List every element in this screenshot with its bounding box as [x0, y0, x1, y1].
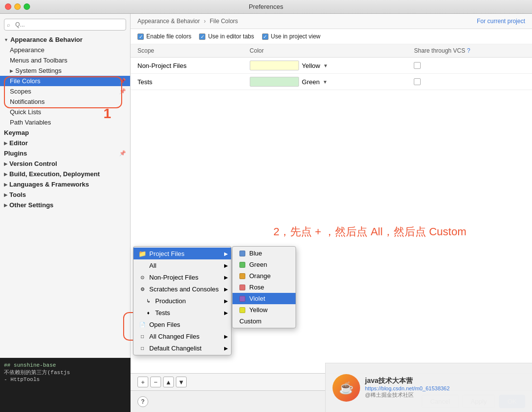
window-controls: [5, 3, 30, 10]
down-button[interactable]: ▼: [176, 377, 187, 387]
for-current-project-link[interactable]: For current project: [477, 18, 525, 25]
breadcrumb-bar: Appearance & Behavior › File Colors For …: [131, 14, 532, 29]
orange-dot: [239, 273, 245, 279]
share-cell-1[interactable]: [407, 58, 532, 74]
ctx-item-non-project[interactable]: ⊙ Non-Project Files ▶: [133, 271, 231, 283]
ctx-item-default-changelist[interactable]: □ Default Changelist ▶: [133, 342, 231, 354]
up-button[interactable]: ▲: [163, 377, 174, 387]
color-cell-2[interactable]: Green ▼: [243, 74, 407, 90]
col-color: Color: [243, 44, 407, 58]
scope-cell-tests: Tests: [131, 74, 243, 90]
expand-icon: ▶: [10, 68, 13, 73]
sidebar: ⌕ ▼ Appearance & Behavior Appearance Men…: [0, 14, 131, 412]
sidebar-item-version-control[interactable]: ▶ Version Control: [0, 158, 130, 169]
use-in-project-view-label[interactable]: Use in project view: [262, 33, 321, 40]
color-cell-1[interactable]: Yellow ▼: [243, 58, 407, 74]
social-handle: @稀土掘金技术社区: [365, 391, 450, 399]
color-item-yellow[interactable]: Yellow: [233, 304, 296, 316]
submenu-arrow: ▶: [224, 310, 228, 316]
color-item-orange[interactable]: Orange: [233, 270, 296, 282]
open-files-icon: 📄: [138, 320, 146, 328]
pin-icon: 📌: [119, 88, 126, 95]
ctx-item-scratches[interactable]: ⚙ Scratches and Consoles ▶: [133, 283, 231, 295]
use-in-editor-tabs-checkbox[interactable]: [199, 33, 205, 40]
options-bar: Enable file colors Use in editor tabs Us…: [131, 29, 532, 44]
social-link[interactable]: https://blog.csdn.net/m0_61538362: [365, 385, 450, 391]
sidebar-item-notifications[interactable]: Notifications: [0, 96, 130, 107]
sidebar-item-file-colors[interactable]: File Colors 📌: [0, 76, 130, 86]
share-cell-2[interactable]: [407, 74, 532, 90]
sidebar-item-other-settings[interactable]: ▶ Other Settings: [0, 200, 130, 210]
ctx-item-project-files[interactable]: 📁 Project Files ▶: [133, 248, 231, 259]
search-box[interactable]: ⌕: [4, 19, 126, 31]
sidebar-item-system-settings[interactable]: ▶ System Settings: [0, 65, 130, 76]
use-in-editor-tabs-label[interactable]: Use in editor tabs: [199, 33, 254, 40]
plugin-icon: 📌: [119, 150, 126, 157]
context-menu-left: 📁 Project Files ▶ All ▶ ⊙ Non-Project Fi…: [133, 246, 232, 355]
sidebar-section-appearance: ▼ Appearance & Behavior Appearance Menus…: [0, 34, 130, 127]
sidebar-item-keymap[interactable]: Keymap: [0, 127, 130, 138]
ctx-item-production[interactable]: ↳ Production ▶: [133, 295, 231, 307]
color-item-green[interactable]: Green: [233, 259, 296, 270]
search-icon: ⌕: [7, 22, 10, 28]
submenu-arrow: ▶: [224, 286, 228, 292]
maximize-button[interactable]: [24, 3, 30, 10]
expand-icon: ▶: [4, 192, 7, 197]
dropdown-overlay: 📁 Project Files ▶ All ▶ ⊙ Non-Project Fi…: [133, 246, 296, 355]
expand-icon: ▶: [4, 182, 7, 187]
ctx-item-all-changed[interactable]: □ All Changed Files ▶: [133, 330, 231, 342]
submenu-arrow: ▶: [224, 263, 228, 268]
col-scope: Scope: [131, 44, 243, 58]
rose-dot: [239, 285, 245, 290]
sidebar-item-quick-lists[interactable]: Quick Lists: [0, 107, 130, 117]
color-table: Scope Color Share through VCS ? Non-Proj…: [131, 44, 532, 90]
ctx-item-open-files[interactable]: 📄 Open Files: [133, 318, 231, 330]
ctx-item-all[interactable]: All ▶: [133, 259, 231, 271]
search-input[interactable]: [4, 19, 126, 31]
color-item-custom[interactable]: Custom: [233, 316, 296, 327]
sidebar-item-languages[interactable]: ▶ Languages & Frameworks: [0, 179, 130, 190]
submenu-arrow: ▶: [224, 275, 228, 280]
dropdown-arrow-2[interactable]: ▼: [323, 79, 328, 85]
enable-file-colors-label[interactable]: Enable file colors: [137, 33, 191, 40]
blue-dot: [239, 251, 245, 256]
sidebar-item-tools[interactable]: ▶ Tools: [0, 190, 130, 200]
sidebar-item-appearance-behavior[interactable]: ▼ Appearance & Behavior: [0, 34, 130, 45]
breadcrumb-separator: ›: [204, 18, 206, 25]
titlebar: Preferences: [0, 0, 532, 14]
sidebar-item-build[interactable]: ▶ Build, Execution, Deployment: [0, 169, 130, 179]
sidebar-item-scopes[interactable]: Scopes 📌: [0, 86, 130, 96]
context-menu-colors: Blue Green Orange Rose Violet Yellow: [232, 246, 296, 328]
enable-file-colors-checkbox[interactable]: [137, 33, 144, 40]
add-button[interactable]: +: [137, 377, 148, 387]
color-item-rose[interactable]: Rose: [233, 282, 296, 293]
submenu-arrow: ▶: [224, 298, 228, 304]
sidebar-item-path-variables[interactable]: Path Variables: [0, 117, 130, 127]
sidebar-item-menus-toolbars[interactable]: Menus and Toolbars: [0, 55, 130, 65]
submenu-arrow: ▶: [224, 334, 228, 339]
minimize-button[interactable]: [14, 3, 21, 10]
sidebar-item-appearance[interactable]: Appearance: [0, 45, 130, 55]
ctx-item-tests[interactable]: ♦ Tests ▶: [133, 307, 231, 318]
production-icon: ↳: [144, 297, 152, 305]
remove-button[interactable]: −: [150, 377, 161, 387]
use-in-project-view-checkbox[interactable]: [262, 33, 268, 40]
yellow-dot: [239, 307, 245, 313]
share-checkbox-1[interactable]: [414, 62, 421, 69]
avatar: ☕: [332, 374, 360, 402]
violet-dot: [239, 296, 245, 302]
non-project-icon: ⊙: [138, 273, 146, 281]
col-share: Share through VCS ?: [407, 44, 532, 58]
dropdown-arrow[interactable]: ▼: [323, 63, 328, 68]
annotation-2-text: 2，先点 + ，然后点 All，然后点 Custom: [273, 224, 466, 239]
social-bar: ☕ java技术大本营 https://blog.csdn.net/m0_615…: [325, 363, 532, 412]
submenu-arrow: ▶: [224, 346, 228, 351]
submenu-arrow: ▶: [224, 251, 228, 256]
sidebar-item-plugins[interactable]: Plugins 📌: [0, 148, 130, 158]
color-item-blue[interactable]: Blue: [233, 248, 296, 259]
sidebar-item-editor[interactable]: ▶ Editor: [0, 138, 130, 148]
color-item-violet[interactable]: Violet: [233, 293, 296, 304]
share-checkbox-2[interactable]: [414, 78, 421, 85]
help-button[interactable]: ?: [137, 396, 148, 407]
close-button[interactable]: [5, 3, 11, 10]
